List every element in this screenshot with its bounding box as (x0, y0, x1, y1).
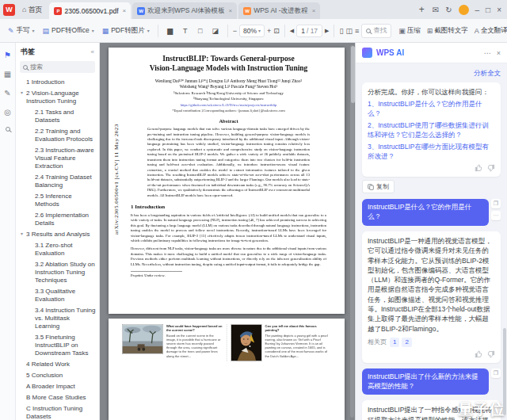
collapse-sidebar-icon[interactable]: « (91, 48, 94, 55)
outline-item[interactable]: ▾ 2 Vision-Language Instruction Tuning (17, 88, 97, 107)
outline-item[interactable]: ▾ 3 Results and Analysis (17, 229, 97, 240)
zoom-out-button[interactable]: − (233, 24, 237, 38)
message-icon[interactable]: ✉ (433, 6, 439, 14)
outline-item[interactable]: 3.1 Zero-shot Evaluation (17, 240, 97, 259)
outline-item[interactable]: 2.6 Implementation Details (17, 210, 97, 229)
expand-icon[interactable] (28, 212, 33, 212)
previous-page-button[interactable]: ◀ (290, 24, 294, 38)
suggested-question-link[interactable]: 1、InstructBLIP是什么？它的作用是什么？ (368, 100, 495, 118)
wps-logo[interactable]: W (3, 4, 15, 16)
paper-repo-link[interactable]: https://github.com/salesforce/LAVIS/tree… (131, 103, 326, 107)
copy-icon[interactable]: ❐ (491, 199, 501, 208)
expand-icon[interactable] (19, 405, 25, 406)
tab-close-icon[interactable]: × (228, 7, 232, 14)
sidebar-search[interactable] (20, 61, 95, 73)
outline-item[interactable]: 3.2 Ablation Study on Instruction Tuning… (17, 259, 97, 286)
outline-item[interactable]: 3.4 Instruction Tuning vs. Multitask Lea… (17, 305, 97, 332)
outline-item[interactable]: 1 Introduction (17, 77, 97, 88)
outline-item[interactable]: B More Case Studies (17, 392, 97, 403)
zoom-level-select[interactable]: 80% ▾ (239, 25, 265, 37)
tab-wps-ai-template[interactable]: W 欢迎来到WPS AI体验模板 × (132, 2, 237, 19)
expand-icon[interactable] (28, 242, 33, 242)
highlight-tool-button[interactable]: ▆ (163, 24, 177, 38)
outline-item[interactable]: 2.4 Training Dataset Balancing (17, 172, 97, 191)
shape-tool-button[interactable]: □ (193, 24, 208, 38)
expand-icon[interactable] (28, 147, 33, 147)
suggested-question-link[interactable]: 2、InstructBLIP使用了哪些数据集进行训练和评估？它们是怎么选择的？ (368, 121, 495, 139)
expand-icon[interactable] (19, 383, 25, 384)
home-button[interactable]: ⌂ 首页 (18, 2, 46, 17)
bookmarks-panel-icon[interactable]: ⚑ (4, 51, 11, 59)
pdf-viewport[interactable]: InstructBLIP: Towards General-purpose Vi… (100, 43, 355, 420)
search-panel-icon[interactable] (6, 127, 10, 132)
handwrite-button[interactable]: ✎ 手写 ▾ (5, 24, 38, 38)
pdf-to-image-button[interactable]: ▦ PDF转图片 ▾ (99, 24, 153, 38)
sidebar-search-input[interactable] (30, 63, 86, 71)
copy-button[interactable]: 复制 (362, 180, 395, 193)
pdf-scrollbar-thumb[interactable] (351, 46, 355, 103)
expand-icon[interactable] (28, 193, 33, 193)
expand-icon[interactable] (28, 128, 33, 128)
related-page-link[interactable]: 2 (402, 338, 411, 347)
maximize-button[interactable]: □ (486, 6, 490, 14)
thumbs-up-icon[interactable] (475, 164, 482, 172)
related-page-link[interactable]: 1 (390, 338, 399, 347)
expand-icon[interactable] (28, 261, 33, 262)
outline-item[interactable]: A Broader Impact (17, 381, 97, 392)
next-page-button[interactable]: ▶ (325, 24, 329, 38)
expand-icon[interactable] (19, 394, 25, 395)
thumbs-down-icon[interactable] (487, 164, 495, 172)
outline-item[interactable]: C Instruction Tuning Datasets (17, 403, 97, 420)
pdf-to-office-button[interactable]: ▤ PDF转Office ▾ (40, 24, 97, 38)
expand-icon[interactable]: ▾ (19, 231, 25, 238)
single-page-view-button[interactable]: ▯ (339, 24, 343, 38)
translate-button[interactable]: A 全文翻译 (472, 24, 507, 38)
page-number-box[interactable]: 1 / 17 (296, 25, 322, 37)
outline-item[interactable]: 3.3 Qualitative Evaluation (17, 286, 97, 305)
two-page-view-button[interactable]: ◫ (345, 24, 353, 38)
tab-pdf-document[interactable]: P 2305.06500v1.pdf × (49, 2, 131, 19)
zoom-in-button[interactable]: + (267, 24, 271, 38)
outline-item[interactable]: 4 Related Work (17, 359, 97, 370)
outline-item[interactable]: 2.1 Tasks and Datasets (17, 107, 97, 126)
thumbs-down-icon[interactable] (487, 350, 495, 358)
fit-page-button[interactable]: ⊡ (273, 24, 280, 38)
tab-close-icon[interactable]: × (312, 7, 316, 14)
continuous-view-button[interactable]: ≡ (355, 24, 359, 38)
expand-icon[interactable] (19, 361, 25, 361)
expand-icon[interactable]: ▾ (19, 90, 25, 97)
close-panel-icon[interactable]: × (497, 49, 501, 57)
annotations-panel-icon[interactable]: ✎ (4, 89, 10, 97)
analyze-document-link[interactable]: 分析全文 (362, 69, 501, 78)
expand-icon[interactable] (19, 78, 25, 79)
eraser-tool-button[interactable]: ◪ (208, 24, 223, 38)
expand-icon[interactable] (28, 174, 33, 174)
expand-icon[interactable] (28, 307, 33, 307)
user-avatar[interactable] (459, 5, 469, 15)
minimize-button[interactable]: – (475, 6, 480, 14)
outline-item[interactable]: 2.3 Instruction-aware Visual Feature Ext… (17, 145, 97, 172)
tab-close-icon[interactable]: × (123, 7, 127, 14)
screenshot-to-text-button[interactable]: ⊞ 截图转文字 (425, 24, 471, 38)
thumbnails-panel-icon[interactable]: ▦ (4, 70, 11, 78)
sync-icon[interactable]: ↻ (445, 6, 452, 14)
find-box[interactable]: 查找 (361, 24, 391, 38)
text-tool-button[interactable]: T (178, 24, 193, 38)
ai-panel-scrollbar-thumb[interactable] (503, 328, 506, 415)
outline-item[interactable]: 2.5 Inference Methods (17, 191, 97, 210)
copy-icon[interactable]: ❐ (491, 368, 501, 378)
suggested-question-link[interactable]: 3、InstructBLIP在哪些方面比现有模型有所改进？ (368, 143, 495, 161)
thumbs-up-icon[interactable] (475, 350, 482, 358)
new-tab-button[interactable]: + (414, 4, 429, 15)
outline-item[interactable]: 3.5 Finetuning InstructBLIP on Downstrea… (17, 332, 97, 359)
more-icon[interactable]: ⋯ (484, 49, 491, 57)
outline-item[interactable]: 2.2 Training and Evaluation Protocols (17, 126, 97, 145)
compress-button[interactable]: ▣ 压缩 (396, 24, 423, 38)
outline-item[interactable]: 5 Conclusion (17, 370, 97, 381)
expand-icon[interactable] (28, 288, 33, 288)
expand-icon[interactable] (19, 372, 25, 372)
attachments-panel-icon[interactable]: ◎ (4, 108, 11, 116)
expand-icon[interactable] (28, 334, 33, 334)
expand-icon[interactable] (28, 109, 33, 109)
close-button[interactable]: × (497, 6, 501, 14)
